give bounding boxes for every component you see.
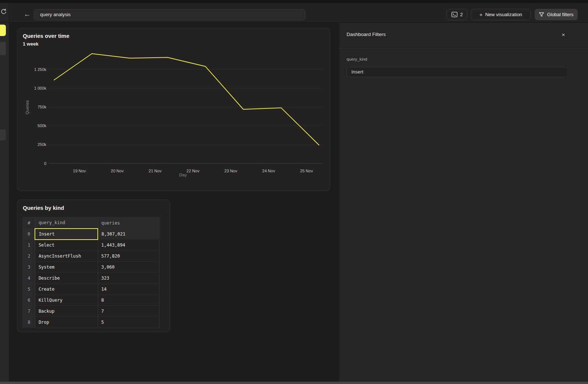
new-visualization-button[interactable]: + New visualization (471, 9, 531, 20)
svg-text:24 Nov: 24 Nov (262, 169, 275, 173)
svg-text:21 Nov: 21 Nov (149, 169, 162, 173)
dashboard-title-input[interactable]: query analysis (34, 9, 305, 20)
console-icon (451, 12, 458, 17)
table-row: 3System3,060 (23, 262, 159, 273)
row-index-cell: 2 (23, 251, 35, 262)
queries-value-cell: 7 (98, 306, 159, 317)
svg-text:Queries: Queries (25, 100, 29, 114)
back-arrow-icon[interactable]: ← (22, 10, 32, 19)
table-row: 2AsyncInsertFlush577,820 (23, 251, 159, 262)
svg-text:20 Nov: 20 Nov (111, 169, 124, 173)
window-bottom-strip (0, 381, 588, 384)
queries-over-time-panel: Queries over time 1 week 0250k500k750k1 … (17, 28, 330, 191)
table-title: Queries by kind (23, 205, 64, 211)
query-kind-cell[interactable]: Select (35, 240, 98, 251)
svg-text:750k: 750k (37, 105, 46, 109)
query-kind-cell[interactable]: KillQuery (35, 295, 98, 306)
dashboard-filters-panel: Dashboard Filters ✕ query_kind Insert (339, 23, 588, 381)
svg-text:500k: 500k (37, 123, 46, 128)
query-kind-filter-input[interactable]: Insert (347, 67, 568, 77)
queries-line-chart[interactable]: 0250k500k750k1 000k1 250k19 Nov20 Nov21 … (17, 28, 331, 191)
new-visualization-label: New visualization (485, 12, 522, 17)
table-header: #query_kindqueries (23, 218, 159, 229)
sidebar-item-active[interactable] (0, 25, 6, 36)
queries-value-cell: 14 (98, 284, 159, 295)
queries-value-cell: 8 (98, 295, 159, 306)
row-index-cell: 8 (23, 317, 35, 328)
window-top-strip (0, 0, 588, 3)
table-body: 0Insert8,307,0211Select1,443,8942AsyncIn… (23, 229, 159, 328)
table-row: 1Select1,443,894 (23, 240, 159, 251)
funnel-filter-icon (539, 12, 544, 17)
sidebar-top-section (0, 3, 9, 23)
console-count-button[interactable]: 2 (447, 9, 467, 20)
table-row: 0Insert8,307,021 (23, 229, 159, 240)
sidebar-item-2[interactable] (0, 42, 6, 55)
top-bar: ← query analysis 2 + New visualization G… (9, 3, 588, 23)
query-kind-cell[interactable]: AsyncInsertFlush (35, 251, 98, 262)
row-index-cell: 3 (23, 262, 35, 273)
query-kind-cell[interactable]: Insert (35, 229, 98, 240)
row-index-cell: 7 (23, 306, 35, 317)
global-filters-button[interactable]: Global filters (535, 9, 578, 20)
queries-by-kind-table: #query_kindqueries 0Insert8,307,0211Sele… (23, 217, 159, 328)
table-row: 6KillQuery8 (23, 295, 159, 306)
dashboard-filters-title: Dashboard Filters (347, 32, 386, 37)
queries-value-cell: 1,443,894 (98, 240, 159, 251)
dashboard-sidebar (0, 23, 9, 381)
row-index-cell: 0 (23, 229, 35, 240)
query-kind-cell[interactable]: System (35, 262, 98, 273)
close-icon[interactable]: ✕ (559, 31, 567, 39)
history-refresh-icon[interactable] (0, 8, 7, 15)
svg-text:23 Nov: 23 Nov (225, 169, 237, 173)
row-index-cell: 5 (23, 284, 35, 295)
queries-value-cell: 323 (98, 273, 159, 284)
global-filters-label: Global filters (547, 12, 573, 17)
column-header-query_kind: query_kind (35, 218, 98, 229)
svg-text:Day: Day (179, 173, 187, 177)
column-header-index: # (23, 218, 35, 229)
query-kind-cell[interactable]: Drop (35, 317, 98, 328)
query-kind-cell[interactable]: Describe (35, 273, 98, 284)
table-row: 4Describe323 (23, 273, 159, 284)
sidebar-item-3[interactable] (0, 129, 6, 140)
row-index-cell: 1 (23, 240, 35, 251)
row-index-cell: 6 (23, 295, 35, 306)
svg-text:1 250k: 1 250k (34, 67, 47, 72)
console-count-label: 2 (460, 12, 463, 17)
plus-icon: + (479, 11, 483, 18)
queries-value-cell: 3,060 (98, 262, 159, 273)
query-kind-cell[interactable]: Backup (35, 306, 98, 317)
table-row: 7Backup7 (23, 306, 159, 317)
table-row: 8Drop5 (23, 317, 159, 328)
queries-value-cell: 577,820 (98, 251, 159, 262)
column-header-queries: queries (98, 218, 159, 229)
table-row: 5Create14 (23, 284, 159, 295)
row-index-cell: 4 (23, 273, 35, 284)
svg-text:22 Nov: 22 Nov (187, 169, 200, 173)
queries-by-kind-panel: Queries by kind #query_kindqueries 0Inse… (17, 200, 170, 332)
svg-text:0: 0 (44, 161, 46, 166)
panel-divider (339, 48, 588, 49)
svg-text:25 Nov: 25 Nov (300, 169, 313, 173)
query-kind-cell[interactable]: Create (35, 284, 98, 295)
queries-value-cell: 8,307,021 (98, 229, 159, 240)
svg-text:250k: 250k (37, 142, 46, 147)
filter-field-label: query_kind (347, 57, 367, 61)
svg-text:19 Nov: 19 Nov (73, 169, 86, 173)
queries-value-cell: 5 (98, 317, 159, 328)
svg-text:1 000k: 1 000k (34, 86, 47, 90)
